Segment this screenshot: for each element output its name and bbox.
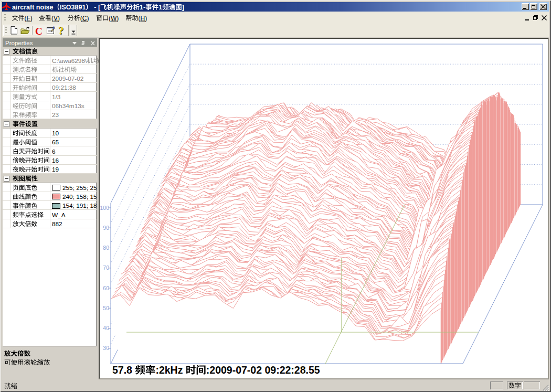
svg-text:40: 40	[103, 325, 109, 331]
svg-text:60: 60	[103, 285, 109, 291]
svg-text:100: 100	[100, 205, 109, 211]
svg-text:90: 90	[103, 225, 109, 231]
svg-text:30: 30	[103, 345, 109, 351]
svg-text:70: 70	[103, 264, 109, 271]
svg-text:80: 80	[103, 245, 109, 251]
svg-text:50: 50	[103, 305, 109, 311]
